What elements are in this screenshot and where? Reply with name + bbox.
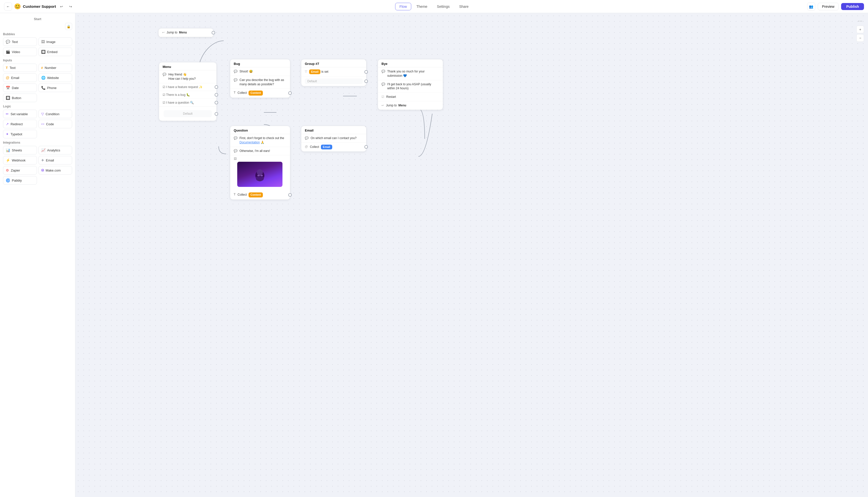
logic-typebot-label: Typebot <box>11 132 22 136</box>
bubble-embed-label: Embed <box>47 50 58 54</box>
bug-collect-connector[interactable] <box>288 91 292 95</box>
int-webhook-label: Webhook <box>12 158 26 162</box>
question-docs-text: First, don't forget to check out the Doc… <box>239 136 286 145</box>
int-pabbly[interactable]: 🌀 Pabbly <box>3 176 37 185</box>
menu-choice3-connector[interactable] <box>215 101 218 104</box>
button-input-icon: 🔲 <box>6 96 10 100</box>
question-gif-row: 🖼 <box>230 155 290 190</box>
input-button[interactable]: 🔲 Button <box>3 94 37 102</box>
input-email[interactable]: @ Email <box>3 73 37 82</box>
guests-button[interactable]: 👥 <box>807 2 815 11</box>
group7-email-connector[interactable] <box>364 70 368 74</box>
menu-choice-3: ☑ I have a question 🔍 <box>159 99 216 106</box>
input-email-label: Email <box>11 76 19 80</box>
logic-setvariable-label: Set variable <box>11 112 28 116</box>
input-website[interactable]: 🌐 Website <box>39 73 72 82</box>
menu-choice1-connector[interactable] <box>215 85 218 89</box>
input-date[interactable]: 📅 Date <box>3 84 37 92</box>
bug-collect-row: T Collect Content <box>230 88 290 97</box>
menu-default-text: Default <box>164 110 212 117</box>
question-ears-row: 💬 Otherwise, I'm all ears! <box>230 147 290 155</box>
setvariable-icon: ✏ <box>6 112 9 116</box>
webhook-icon: ⚡ <box>6 158 10 162</box>
website-input-icon: 🌐 <box>41 76 45 80</box>
preview-button[interactable]: Preview <box>818 3 839 10</box>
sidebar: Start 🔒 Bubbles 💬 Text 🖼 Image 🎬 Video 🔲… <box>0 13 75 497</box>
bye-node: Bye 💬 Thank you so much for your submiss… <box>378 59 443 110</box>
logic-code[interactable]: <> Code <box>39 120 72 128</box>
logic-condition[interactable]: ▽ Condition <box>39 110 72 118</box>
email-collect-text: Collect Email <box>310 145 332 150</box>
tab-theme[interactable]: Theme <box>412 3 432 10</box>
tab-settings[interactable]: Settings <box>433 3 454 10</box>
int-zapier[interactable]: ⚙ Zapier <box>3 166 37 174</box>
email-int-icon: ✈ <box>41 158 44 162</box>
menu-choice-2: ☑ There is a bug 🐛 <box>159 91 216 99</box>
int-email[interactable]: ✈ Email <box>39 156 72 165</box>
topnav: ← 😊 Customer Support ↩ ↪ Flow Theme Sett… <box>0 0 868 13</box>
text-input-icon: T <box>6 66 8 70</box>
logic-grid: ✏ Set variable ▽ Condition ↗ Redirect <>… <box>3 110 72 138</box>
int-analytics-label: Analytics <box>47 148 60 152</box>
tab-share[interactable]: Share <box>455 3 473 10</box>
redirect-icon: ↗ <box>6 122 9 126</box>
question-collect-connector[interactable] <box>288 193 292 197</box>
bye-thankyou-text: Thank you so much for your submission 💙 <box>387 69 439 78</box>
back-button[interactable]: ← <box>4 2 12 11</box>
section-integrations: Integrations <box>3 141 72 144</box>
publish-button[interactable]: Publish <box>841 3 864 10</box>
flow-container: ↩ Jump to Menu Menu 💬 Hey friend 👋How ca… <box>75 13 868 497</box>
logic-setvariable[interactable]: ✏ Set variable <box>3 110 37 118</box>
bug-node: Bug 💬 Shoot! 😅 💬 Can you describe the bu… <box>230 59 290 98</box>
input-phone-label: Phone <box>47 86 57 90</box>
bug-describe-icon: 💬 <box>234 78 237 82</box>
group7-default-text: Default <box>305 79 363 84</box>
int-makecom[interactable]: Ⓜ Make.com <box>39 166 72 174</box>
date-input-icon: 📅 <box>6 86 10 90</box>
jump-menu-icon: ↩ <box>162 31 165 34</box>
bubble-embed[interactable]: 🔲 Embed <box>39 47 72 56</box>
group7-default-row: Default <box>301 76 366 86</box>
email-collect-icon: @ <box>305 145 308 148</box>
menu-default-connector[interactable] <box>215 112 218 116</box>
input-phone[interactable]: 📞 Phone <box>39 84 72 92</box>
int-sheets[interactable]: 📊 Sheets <box>3 146 37 154</box>
logic-condition-label: Condition <box>46 112 60 116</box>
email-question-text: On which email can I contact you? <box>311 136 357 140</box>
bug-shoot-row: 💬 Shoot! 😅 <box>230 67 290 76</box>
bubble-video-label: Video <box>12 50 20 54</box>
email-collect-connector[interactable] <box>364 145 368 148</box>
lock-icon[interactable]: 🔒 <box>65 23 72 30</box>
bubble-image[interactable]: 🖼 Image <box>39 38 72 46</box>
jump-menu-node: ↩ Jump to Menu <box>158 28 214 37</box>
input-text[interactable]: T Text <box>3 63 37 72</box>
jump-menu-connector-right[interactable] <box>211 31 215 34</box>
logic-redirect[interactable]: ↗ Redirect <box>3 120 37 128</box>
group7-default-connector[interactable] <box>364 80 368 83</box>
bye-jump-text: Jump to Menu <box>386 103 406 108</box>
question-ears-icon: 💬 <box>234 149 237 153</box>
jump-menu-row: ↩ Jump to Menu <box>159 28 214 37</box>
video-bubble-icon: 🎬 <box>6 50 10 54</box>
input-number[interactable]: # Number <box>39 63 72 72</box>
int-analytics[interactable]: 📈 Analytics <box>39 146 72 154</box>
email-collect-row: @ Collect Email <box>301 143 366 152</box>
undo-button[interactable]: ↩ <box>58 3 65 10</box>
bug-shoot-text: Shoot! 😅 <box>239 69 253 74</box>
canvas[interactable]: ⋯ + − <box>75 13 868 497</box>
menu-bubble-text: Hey friend 👋How can I help you? <box>168 72 196 81</box>
int-webhook[interactable]: ⚡ Webhook <box>3 156 37 165</box>
bye-jump-icon: ↩ <box>382 104 384 107</box>
redo-button[interactable]: ↪ <box>67 3 74 10</box>
integrations-grid: 📊 Sheets 📈 Analytics ⚡ Webhook ✈ Email ⚙… <box>3 146 72 185</box>
tab-flow[interactable]: Flow <box>395 3 411 10</box>
bubble-video[interactable]: 🎬 Video <box>3 47 37 56</box>
input-website-label: Website <box>47 76 59 80</box>
logic-redirect-label: Redirect <box>11 122 23 126</box>
email-input-icon: @ <box>6 76 9 80</box>
menu-choice2-connector[interactable] <box>215 93 218 97</box>
logic-typebot[interactable]: ✦ Typebot <box>3 130 37 138</box>
bubble-text[interactable]: 💬 Text <box>3 38 37 46</box>
question-docs-icon: 💬 <box>234 136 237 140</box>
jump-menu-text: Jump to Menu <box>167 30 187 35</box>
